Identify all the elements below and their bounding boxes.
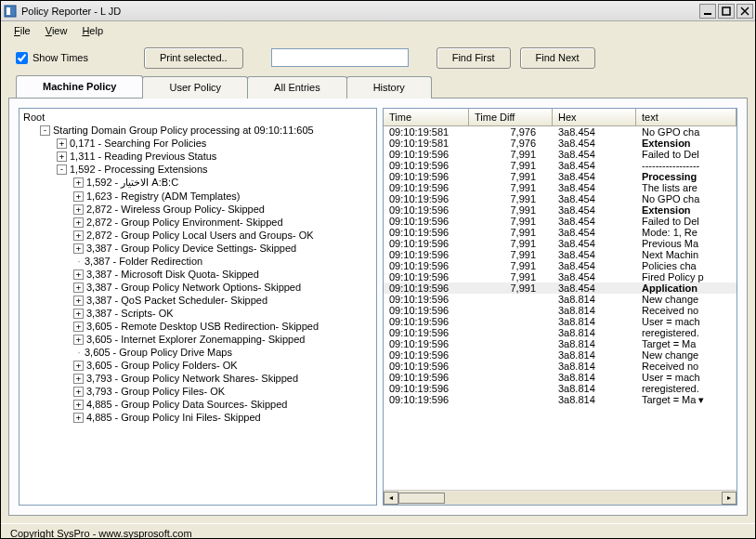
- list-row[interactable]: 09:10:19:5967,9913a8.454Failed to Del: [384, 216, 736, 227]
- list-row[interactable]: 09:10:19:5967,9913a8.454The lists are: [384, 182, 736, 193]
- tree-node[interactable]: +4,885 - Group Policy Ini Files- Skipped: [21, 411, 374, 424]
- tree-node[interactable]: +2,872 - Wireless Group Policy- Skipped: [21, 203, 374, 216]
- list-row[interactable]: 09:10:19:5967,9913a8.454Processing: [384, 171, 736, 182]
- list-row[interactable]: 09:10:19:5967,9913a8.454Fired Policy p: [384, 271, 736, 283]
- find-next-button[interactable]: Find Next: [520, 47, 595, 69]
- tree-node[interactable]: ·3,605 - Group Policy Drive Maps: [21, 346, 374, 359]
- col-time-diff[interactable]: Time Diff: [469, 109, 553, 125]
- list-row[interactable]: 09:10:19:5967,9913a8.454Failed to Del: [384, 149, 736, 160]
- tab-history[interactable]: History: [346, 76, 432, 99]
- list-row[interactable]: 09:10:19:5817,9763a8.454No GPO cha: [384, 126, 736, 138]
- col-text[interactable]: text: [636, 109, 736, 125]
- list-row[interactable]: 09:10:19:5963a8.814reregistered.: [384, 383, 736, 394]
- expand-icon[interactable]: +: [73, 243, 84, 254]
- tree-node[interactable]: +3,387 - Group Policy Device Settings- S…: [21, 242, 374, 255]
- expand-icon[interactable]: +: [57, 151, 67, 162]
- expand-icon[interactable]: +: [73, 204, 84, 215]
- expand-icon[interactable]: +: [73, 309, 84, 319]
- list-view[interactable]: Time Time Diff Hex text 09:10:19:5817,97…: [383, 108, 737, 506]
- tab-machine-policy[interactable]: Machine Policy: [16, 75, 143, 98]
- list-row[interactable]: 09:10:19:5967,9913a8.454Policies cha: [384, 260, 736, 271]
- list-row[interactable]: 09:10:19:5963a8.814New change: [384, 294, 736, 305]
- expand-icon[interactable]: +: [73, 413, 84, 423]
- list-body[interactable]: 09:10:19:5817,9763a8.454No GPO cha09:10:…: [384, 126, 736, 490]
- expand-icon[interactable]: +: [73, 270, 84, 280]
- list-row[interactable]: 09:10:19:5963a8.814Target = Ma ▾: [384, 394, 736, 406]
- minimize-button[interactable]: [699, 4, 716, 19]
- list-row[interactable]: 09:10:19:5963a8.814Received no: [384, 305, 736, 316]
- list-row[interactable]: 09:10:19:5967,9913a8.454Next Machin: [384, 249, 736, 260]
- tree-node[interactable]: +4,885 - Group Policy Data Sources- Skip…: [21, 398, 374, 411]
- list-row[interactable]: 09:10:19:5963a8.814User = mach: [384, 316, 736, 327]
- tree-node[interactable]: +1,592 - الاختيار A:B:C: [21, 176, 374, 190]
- scroll-right-button[interactable]: ▸: [722, 492, 736, 505]
- tree-node[interactable]: +3,387 - Scripts- OK: [21, 307, 374, 320]
- list-row[interactable]: 09:10:19:5967,9913a8.454----------------…: [384, 160, 736, 171]
- tree-node[interactable]: +3,605 - Remote Desktop USB Redirection-…: [21, 320, 374, 333]
- tree-node[interactable]: +3,605 - Group Policy Folders- OK: [21, 359, 374, 372]
- list-row[interactable]: 09:10:19:5963a8.814Received no: [384, 361, 736, 372]
- show-times-checkbox[interactable]: Show Times: [16, 52, 88, 64]
- maximize-button[interactable]: [718, 4, 735, 19]
- scroll-left-button[interactable]: ◂: [384, 492, 398, 505]
- expand-icon[interactable]: +: [73, 387, 84, 397]
- expand-icon[interactable]: +: [57, 138, 67, 149]
- tree-node[interactable]: Root: [21, 111, 374, 124]
- expand-icon[interactable]: +: [73, 400, 84, 410]
- list-row[interactable]: 09:10:19:5963a8.814Target = Ma: [384, 338, 736, 349]
- tree-node[interactable]: +2,872 - Group Policy Local Users and Gr…: [21, 229, 374, 242]
- collapse-icon[interactable]: -: [40, 125, 50, 136]
- list-row[interactable]: 09:10:19:5967,9913a8.454Mode: 1, Re: [384, 227, 736, 238]
- expand-icon[interactable]: +: [73, 283, 84, 293]
- menu-file[interactable]: File: [8, 23, 36, 38]
- list-row[interactable]: 09:10:19:5817,9763a8.454Extension: [384, 138, 736, 149]
- tree-node[interactable]: +3,793 - Group Policy Files- OK: [21, 385, 374, 398]
- close-button[interactable]: [736, 4, 753, 19]
- print-selected-button[interactable]: Print selected..: [144, 47, 243, 69]
- list-row[interactable]: 09:10:19:5967,9913a8.454Previous Ma: [384, 238, 736, 249]
- expand-icon[interactable]: +: [73, 361, 84, 371]
- tree-node[interactable]: -1,592 - Processing Extensions: [21, 163, 374, 176]
- list-row[interactable]: 09:10:19:5967,9913a8.454Extension: [384, 204, 736, 216]
- tree-node[interactable]: -Starting Domain Group Policy processing…: [21, 124, 374, 137]
- expand-icon[interactable]: +: [73, 296, 84, 306]
- tree-node[interactable]: +3,793 - Group Policy Network Shares- Sk…: [21, 372, 374, 385]
- tab-user-policy[interactable]: User Policy: [142, 76, 248, 99]
- tree-node[interactable]: +1,623 - Registry (ADM Templates): [21, 190, 374, 203]
- expand-icon[interactable]: +: [73, 217, 84, 228]
- find-first-button[interactable]: Find First: [437, 47, 511, 69]
- scroll-thumb[interactable]: [398, 493, 445, 504]
- horizontal-scrollbar[interactable]: ◂ ▸: [384, 490, 736, 505]
- expand-icon[interactable]: +: [73, 191, 84, 202]
- tree-view[interactable]: Root-Starting Domain Group Policy proces…: [19, 108, 377, 506]
- expand-icon[interactable]: +: [73, 335, 84, 345]
- tree-node[interactable]: +3,387 - Group Policy Network Options- S…: [21, 281, 374, 294]
- menu-view[interactable]: View: [40, 23, 73, 38]
- expand-icon[interactable]: +: [73, 230, 84, 241]
- tree-node[interactable]: +0,171 - Searching For Policies: [21, 137, 374, 150]
- list-row[interactable]: 09:10:19:5967,9913a8.454No GPO cha: [384, 193, 736, 204]
- collapse-icon[interactable]: -: [57, 164, 67, 175]
- col-hex[interactable]: Hex: [553, 109, 636, 125]
- col-time[interactable]: Time: [384, 109, 469, 125]
- list-row[interactable]: 09:10:19:5963a8.814New change: [384, 349, 736, 361]
- tree-node[interactable]: +1,311 - Reading Previous Status: [21, 150, 374, 163]
- expand-icon[interactable]: +: [73, 322, 84, 332]
- tree-node[interactable]: +3,387 - QoS Packet Scheduler- Skipped: [21, 294, 374, 307]
- list-row[interactable]: 09:10:19:5967,9913a8.454Application: [384, 283, 736, 294]
- tree-node[interactable]: +2,872 - Group Policy Environment- Skipp…: [21, 216, 374, 229]
- tree-node[interactable]: +3,605 - Internet Explorer Zonemapping- …: [21, 333, 374, 346]
- tab-all-entries[interactable]: All Entries: [247, 76, 347, 99]
- menu-help[interactable]: Help: [76, 23, 109, 38]
- tree-node[interactable]: ·3,387 - Folder Redirection: [21, 255, 374, 268]
- expand-icon[interactable]: +: [73, 177, 84, 188]
- search-input[interactable]: [271, 48, 409, 67]
- cell-diff: 7,991: [469, 204, 553, 216]
- cell-diff: 7,991: [469, 149, 553, 160]
- list-row[interactable]: 09:10:19:5963a8.814User = mach: [384, 372, 736, 383]
- list-row[interactable]: 09:10:19:5963a8.814reregistered.: [384, 327, 736, 338]
- scroll-track[interactable]: [398, 492, 722, 505]
- expand-icon[interactable]: +: [73, 374, 84, 384]
- tree-node[interactable]: +3,387 - Microsoft Disk Quota- Skipped: [21, 268, 374, 281]
- show-times-input[interactable]: [16, 52, 28, 64]
